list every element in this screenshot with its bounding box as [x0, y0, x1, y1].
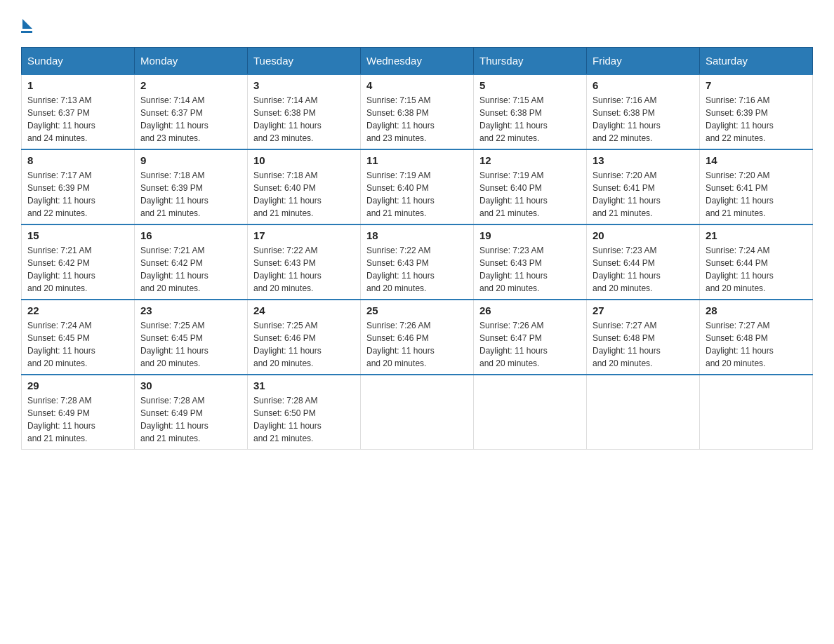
- day-info: Sunrise: 7:28 AMSunset: 6:49 PMDaylight:…: [27, 394, 128, 445]
- calendar-cell: 18Sunrise: 7:22 AMSunset: 6:43 PMDayligh…: [361, 224, 474, 300]
- calendar-cell: 31Sunrise: 7:28 AMSunset: 6:50 PMDayligh…: [248, 375, 361, 450]
- calendar-week-row: 8Sunrise: 7:17 AMSunset: 6:39 PMDaylight…: [22, 149, 813, 224]
- day-info: Sunrise: 7:24 AMSunset: 6:44 PMDaylight:…: [706, 244, 807, 295]
- day-number: 26: [479, 304, 581, 316]
- day-info: Sunrise: 7:25 AMSunset: 6:45 PMDaylight:…: [140, 319, 241, 370]
- calendar-cell: 26Sunrise: 7:26 AMSunset: 6:47 PMDayligh…: [474, 300, 587, 375]
- calendar-cell: 11Sunrise: 7:19 AMSunset: 6:40 PMDayligh…: [361, 149, 474, 224]
- day-info: Sunrise: 7:25 AMSunset: 6:46 PMDaylight:…: [253, 319, 355, 370]
- day-number: 10: [253, 154, 355, 166]
- calendar-cell: 24Sunrise: 7:25 AMSunset: 6:46 PMDayligh…: [248, 300, 361, 375]
- day-number: 16: [140, 229, 241, 241]
- calendar-cell: 22Sunrise: 7:24 AMSunset: 6:45 PMDayligh…: [22, 300, 135, 375]
- day-info: Sunrise: 7:19 AMSunset: 6:40 PMDaylight:…: [479, 169, 581, 220]
- calendar-cell: [587, 375, 700, 450]
- calendar-header: SundayMondayTuesdayWednesdayThursdayFrid…: [22, 48, 813, 75]
- day-number: 30: [140, 380, 241, 391]
- day-number: 31: [253, 380, 355, 391]
- calendar-cell: 21Sunrise: 7:24 AMSunset: 6:44 PMDayligh…: [700, 224, 813, 300]
- calendar-cell: 25Sunrise: 7:26 AMSunset: 6:46 PMDayligh…: [361, 300, 474, 375]
- calendar-cell: [361, 375, 474, 450]
- calendar-cell: 6Sunrise: 7:16 AMSunset: 6:38 PMDaylight…: [587, 74, 700, 149]
- day-number: 9: [140, 154, 241, 166]
- day-info: Sunrise: 7:28 AMSunset: 6:49 PMDaylight:…: [140, 394, 241, 445]
- calendar-cell: 13Sunrise: 7:20 AMSunset: 6:41 PMDayligh…: [587, 149, 700, 224]
- day-info: Sunrise: 7:22 AMSunset: 6:43 PMDaylight:…: [366, 244, 468, 295]
- day-number: 3: [253, 79, 355, 91]
- calendar-cell: 15Sunrise: 7:21 AMSunset: 6:42 PMDayligh…: [22, 224, 135, 300]
- day-number: 15: [27, 229, 128, 241]
- day-number: 5: [479, 79, 581, 91]
- day-info: Sunrise: 7:26 AMSunset: 6:47 PMDaylight:…: [479, 319, 581, 370]
- day-info: Sunrise: 7:15 AMSunset: 6:38 PMDaylight:…: [479, 94, 581, 145]
- day-info: Sunrise: 7:22 AMSunset: 6:43 PMDaylight:…: [253, 244, 355, 295]
- day-info: Sunrise: 7:13 AMSunset: 6:37 PMDaylight:…: [27, 94, 128, 145]
- calendar-cell: 17Sunrise: 7:22 AMSunset: 6:43 PMDayligh…: [248, 224, 361, 300]
- logo: [21, 14, 32, 33]
- logo-text: [21, 14, 32, 36]
- weekday-header-thursday: Thursday: [474, 48, 587, 75]
- calendar-cell: 5Sunrise: 7:15 AMSunset: 6:38 PMDaylight…: [474, 74, 587, 149]
- day-number: 6: [593, 79, 694, 91]
- calendar-cell: 2Sunrise: 7:14 AMSunset: 6:37 PMDaylight…: [135, 74, 248, 149]
- day-number: 17: [253, 229, 355, 241]
- day-number: 23: [140, 304, 241, 316]
- calendar-cell: 4Sunrise: 7:15 AMSunset: 6:38 PMDaylight…: [361, 74, 474, 149]
- calendar-cell: 9Sunrise: 7:18 AMSunset: 6:39 PMDaylight…: [135, 149, 248, 224]
- weekday-header-row: SundayMondayTuesdayWednesdayThursdayFrid…: [22, 48, 813, 75]
- day-info: Sunrise: 7:21 AMSunset: 6:42 PMDaylight:…: [140, 244, 241, 295]
- day-number: 28: [706, 304, 807, 316]
- day-info: Sunrise: 7:24 AMSunset: 6:45 PMDaylight:…: [27, 319, 128, 370]
- day-info: Sunrise: 7:14 AMSunset: 6:37 PMDaylight:…: [140, 94, 241, 145]
- day-number: 4: [366, 79, 468, 91]
- calendar-cell: 30Sunrise: 7:28 AMSunset: 6:49 PMDayligh…: [135, 375, 248, 450]
- weekday-header-friday: Friday: [587, 48, 700, 75]
- calendar-cell: 23Sunrise: 7:25 AMSunset: 6:45 PMDayligh…: [135, 300, 248, 375]
- weekday-header-saturday: Saturday: [700, 48, 813, 75]
- calendar-cell: [474, 375, 587, 450]
- logo-underline: [21, 31, 32, 33]
- day-info: Sunrise: 7:20 AMSunset: 6:41 PMDaylight:…: [706, 169, 807, 220]
- weekday-header-tuesday: Tuesday: [248, 48, 361, 75]
- calendar-cell: 29Sunrise: 7:28 AMSunset: 6:49 PMDayligh…: [22, 375, 135, 450]
- day-number: 14: [706, 154, 807, 166]
- calendar-cell: 19Sunrise: 7:23 AMSunset: 6:43 PMDayligh…: [474, 224, 587, 300]
- day-info: Sunrise: 7:14 AMSunset: 6:38 PMDaylight:…: [253, 94, 355, 145]
- day-info: Sunrise: 7:18 AMSunset: 6:39 PMDaylight:…: [140, 169, 241, 220]
- calendar-cell: 16Sunrise: 7:21 AMSunset: 6:42 PMDayligh…: [135, 224, 248, 300]
- day-info: Sunrise: 7:18 AMSunset: 6:40 PMDaylight:…: [253, 169, 355, 220]
- calendar-cell: 7Sunrise: 7:16 AMSunset: 6:39 PMDaylight…: [700, 74, 813, 149]
- day-number: 2: [140, 79, 241, 91]
- day-info: Sunrise: 7:16 AMSunset: 6:38 PMDaylight:…: [593, 94, 694, 145]
- weekday-header-monday: Monday: [135, 48, 248, 75]
- day-number: 21: [706, 229, 807, 241]
- calendar-cell: 14Sunrise: 7:20 AMSunset: 6:41 PMDayligh…: [700, 149, 813, 224]
- calendar-week-row: 15Sunrise: 7:21 AMSunset: 6:42 PMDayligh…: [22, 224, 813, 300]
- logo-triangle-icon: [22, 19, 32, 29]
- day-info: Sunrise: 7:15 AMSunset: 6:38 PMDaylight:…: [366, 94, 468, 145]
- weekday-header-sunday: Sunday: [22, 48, 135, 75]
- day-info: Sunrise: 7:23 AMSunset: 6:43 PMDaylight:…: [479, 244, 581, 295]
- page-header: [21, 14, 813, 33]
- day-number: 8: [27, 154, 128, 166]
- calendar-week-row: 22Sunrise: 7:24 AMSunset: 6:45 PMDayligh…: [22, 300, 813, 375]
- day-info: Sunrise: 7:20 AMSunset: 6:41 PMDaylight:…: [593, 169, 694, 220]
- calendar-table: SundayMondayTuesdayWednesdayThursdayFrid…: [21, 47, 813, 450]
- day-info: Sunrise: 7:17 AMSunset: 6:39 PMDaylight:…: [27, 169, 128, 220]
- day-number: 7: [706, 79, 807, 91]
- day-number: 29: [27, 380, 128, 391]
- day-number: 19: [479, 229, 581, 241]
- calendar-cell: 10Sunrise: 7:18 AMSunset: 6:40 PMDayligh…: [248, 149, 361, 224]
- calendar-week-row: 29Sunrise: 7:28 AMSunset: 6:49 PMDayligh…: [22, 375, 813, 450]
- day-number: 25: [366, 304, 468, 316]
- day-info: Sunrise: 7:16 AMSunset: 6:39 PMDaylight:…: [706, 94, 807, 145]
- day-info: Sunrise: 7:27 AMSunset: 6:48 PMDaylight:…: [593, 319, 694, 370]
- day-info: Sunrise: 7:23 AMSunset: 6:44 PMDaylight:…: [593, 244, 694, 295]
- day-number: 20: [593, 229, 694, 241]
- day-info: Sunrise: 7:27 AMSunset: 6:48 PMDaylight:…: [706, 319, 807, 370]
- day-number: 18: [366, 229, 468, 241]
- day-number: 27: [593, 304, 694, 316]
- calendar-body: 1Sunrise: 7:13 AMSunset: 6:37 PMDaylight…: [22, 74, 813, 450]
- calendar-cell: 27Sunrise: 7:27 AMSunset: 6:48 PMDayligh…: [587, 300, 700, 375]
- day-number: 24: [253, 304, 355, 316]
